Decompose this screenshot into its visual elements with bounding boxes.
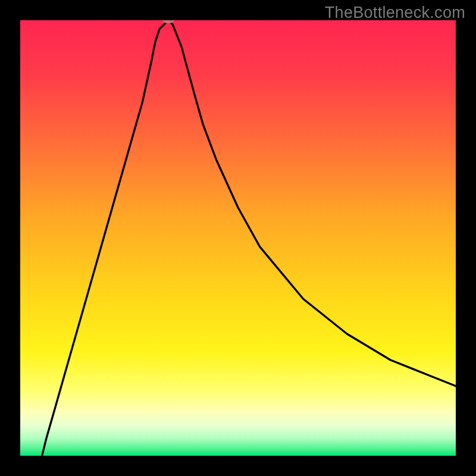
plot-area: [20, 20, 456, 456]
watermark-text: TheBottleneck.com: [325, 4, 465, 22]
bottleneck-curve: [20, 20, 456, 456]
chart-container: TheBottleneck.com: [0, 0, 476, 476]
